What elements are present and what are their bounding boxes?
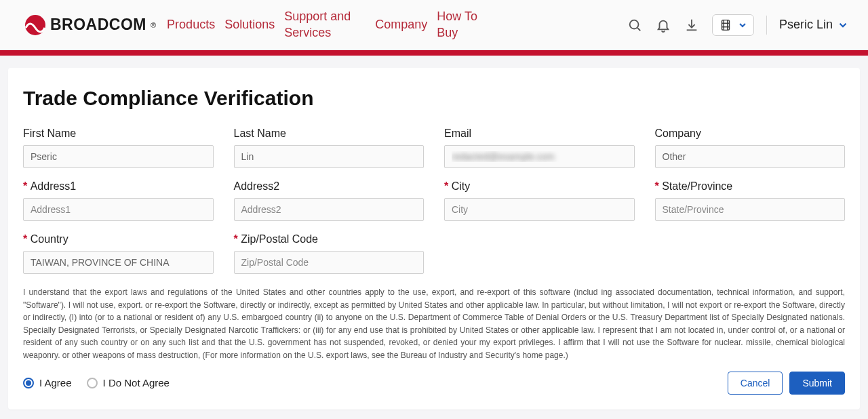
radio-dot-unchecked [87, 378, 98, 388]
chevron-down-icon [837, 19, 849, 31]
radio-agree[interactable]: I Agree [23, 377, 72, 388]
label-address1: Address1 [23, 180, 214, 193]
label-zip: Zip/Postal Code [234, 233, 425, 245]
form-actions: Cancel Submit [728, 372, 845, 395]
label-state: State/Province [655, 180, 846, 193]
region-selector[interactable] [712, 14, 754, 36]
chevron-down-icon [737, 20, 748, 31]
agreement-radios: I Agree I Do Not Agree [23, 377, 170, 388]
nav-products[interactable]: Products [167, 18, 215, 32]
download-icon[interactable] [684, 17, 700, 33]
field-company: Company [655, 127, 846, 168]
submit-button[interactable]: Submit [789, 372, 845, 395]
brand-logo[interactable]: BROADCOM ® [24, 14, 156, 36]
primary-nav: Products Solutions Support and Services … [167, 9, 480, 41]
chip-icon [718, 18, 733, 33]
input-country[interactable] [23, 251, 214, 274]
cancel-button[interactable]: Cancel [728, 372, 783, 395]
registered-mark: ® [151, 21, 156, 29]
user-name: Pseric Lin [779, 18, 833, 32]
input-state[interactable] [655, 198, 846, 221]
nav-company[interactable]: Company [375, 18, 427, 32]
field-state: State/Province [655, 180, 846, 221]
label-country: Country [23, 233, 214, 245]
input-email[interactable] [444, 145, 635, 168]
nav-support-services[interactable]: Support and Services [284, 9, 366, 41]
field-last-name: Last Name [234, 127, 425, 168]
field-address1: Address1 [23, 180, 214, 221]
label-company: Company [655, 127, 846, 140]
label-email: Email [444, 127, 635, 140]
legal-text: I understand that the export laws and re… [23, 286, 845, 362]
nav-how-to-buy[interactable]: How To Buy [437, 9, 480, 41]
top-bar: BROADCOM ® Products Solutions Support an… [0, 0, 868, 50]
label-first-name: First Name [23, 127, 214, 140]
bell-icon[interactable] [655, 17, 671, 33]
input-zip[interactable] [234, 251, 425, 274]
nav-solutions[interactable]: Solutions [224, 18, 275, 32]
field-country: Country [23, 233, 214, 274]
svg-line-2 [637, 28, 640, 31]
divider [766, 16, 767, 35]
input-address1[interactable] [23, 198, 214, 221]
input-first-name[interactable] [23, 145, 214, 168]
radio-agree-label: I Agree [39, 377, 72, 388]
input-address2[interactable] [234, 198, 425, 221]
svg-rect-3 [722, 20, 729, 30]
search-icon[interactable] [627, 17, 643, 33]
label-last-name: Last Name [234, 127, 425, 140]
field-first-name: First Name [23, 127, 214, 168]
input-last-name[interactable] [234, 145, 425, 168]
field-email: Email [444, 127, 635, 168]
field-zip: Zip/Postal Code [234, 233, 425, 274]
page-title: Trade Compliance Verification [23, 87, 845, 110]
input-city[interactable] [444, 198, 635, 221]
radio-dot-checked [23, 378, 34, 388]
field-city: City [444, 180, 635, 221]
header-actions: Pseric Lin [627, 14, 849, 36]
user-menu[interactable]: Pseric Lin [779, 18, 849, 32]
form-grid: First Name Last Name Email Company Addre… [23, 127, 845, 274]
radio-disagree[interactable]: I Do Not Agree [87, 377, 170, 388]
input-company[interactable] [655, 145, 846, 168]
label-address2: Address2 [234, 180, 425, 193]
bottom-row: I Agree I Do Not Agree Cancel Submit [23, 372, 845, 395]
field-address2: Address2 [234, 180, 425, 221]
broadcom-logo-icon [24, 14, 46, 36]
accent-bar [0, 50, 868, 56]
main-card: Trade Compliance Verification First Name… [8, 68, 860, 410]
svg-point-1 [630, 20, 639, 28]
label-city: City [444, 180, 635, 193]
brand-name: BROADCOM [50, 16, 146, 34]
radio-disagree-label: I Do Not Agree [103, 377, 170, 388]
